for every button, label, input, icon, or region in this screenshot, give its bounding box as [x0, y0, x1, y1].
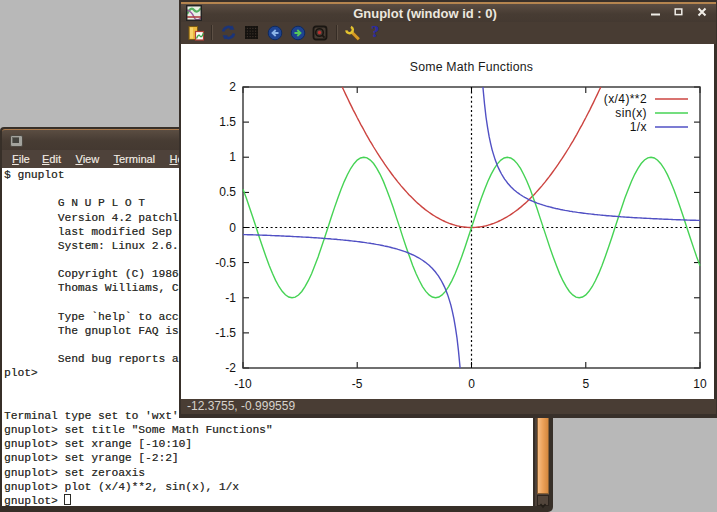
- svg-text:0.5: 0.5: [219, 185, 236, 199]
- svg-text:1/x: 1/x: [630, 120, 647, 134]
- svg-text:1: 1: [229, 150, 236, 164]
- svg-text:-1: -1: [225, 291, 236, 305]
- svg-text:10: 10: [693, 377, 707, 391]
- svg-text:-1.5: -1.5: [215, 326, 236, 340]
- svg-text:5: 5: [582, 377, 589, 391]
- svg-text:-5: -5: [352, 377, 363, 391]
- svg-text:0: 0: [468, 377, 475, 391]
- svg-text:Some Math Functions: Some Math Functions: [410, 60, 533, 74]
- svg-text:(x/4)**2: (x/4)**2: [604, 92, 647, 106]
- svg-text:-0.5: -0.5: [215, 256, 236, 270]
- svg-text:2: 2: [229, 80, 236, 94]
- svg-text:sin(x): sin(x): [615, 106, 647, 120]
- svg-text:-2: -2: [225, 361, 236, 375]
- svg-text:0: 0: [229, 221, 236, 235]
- svg-text:-10: -10: [234, 377, 252, 391]
- svg-text:1.5: 1.5: [219, 115, 236, 129]
